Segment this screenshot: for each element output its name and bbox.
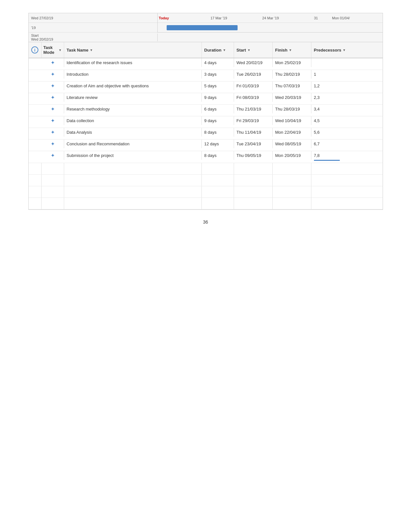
empty-info <box>29 186 42 198</box>
empty-predecessors <box>311 175 383 186</box>
start-value: Thu 11/04/19 <box>237 130 261 135</box>
col-start-header: Start ▼ <box>234 42 273 58</box>
row-task-mode-cell: ✦ <box>42 151 64 160</box>
col-info-header: i <box>29 42 42 58</box>
task-mode-icon: ✦ <box>51 141 55 147</box>
finish-header-label: Finish <box>275 48 288 53</box>
task-name-header-label: Task Name <box>67 48 89 53</box>
timeline-label-19: '19 <box>31 26 36 30</box>
row-task-name-cell: Data Analysis <box>64 128 202 137</box>
finish-value: Mon 25/02/19 <box>275 60 301 65</box>
duration-value: 5 days <box>204 83 217 88</box>
row-task-mode-cell: ✦ <box>42 116 64 125</box>
start-dropdown-arrow[interactable]: ▼ <box>247 48 250 52</box>
empty-duration <box>202 163 234 174</box>
start-value: Fri 29/03/19 <box>237 118 259 123</box>
row-duration-cell: 9 days <box>202 93 234 102</box>
col-predecessors-header: Predecessors ▼ <box>311 42 383 58</box>
row-finish-cell: Thu 07/03/19 <box>273 82 311 90</box>
task-mode-icon: ✦ <box>51 152 55 159</box>
task-mode-icon: ✦ <box>51 60 55 66</box>
row-duration-cell: 8 days <box>202 151 234 160</box>
table-row[interactable]: ✦ Research methodology 6 days Thu 21/03/… <box>29 105 383 116</box>
empty-mode <box>42 163 64 174</box>
task-mode-icon: ✦ <box>51 83 55 89</box>
task-mode-icon: ✦ <box>51 71 55 77</box>
row-start-cell: Thu 09/05/19 <box>234 151 273 160</box>
task-name-value: Conclusion and Recommendation <box>67 141 130 146</box>
timeline-right: Today 17 Mar '19 24 Mar '19 31 Mon 01/04… <box>158 13 383 32</box>
empty-duration <box>202 198 234 209</box>
table-row[interactable]: ✦ Data Analysis 8 days Thu 11/04/19 Mon … <box>29 128 383 140</box>
start-value: Fri 08/03/19 <box>237 95 259 100</box>
duration-value: 3 days <box>204 72 217 77</box>
empty-start <box>234 186 273 198</box>
table-row[interactable]: ✦ Introduction 3 days Tue 26/02/19 Thu 2… <box>29 70 383 82</box>
row-start-cell: Thu 11/04/19 <box>234 128 273 137</box>
row-duration-cell: 3 days <box>202 70 234 79</box>
row-finish-cell: Mon 25/02/19 <box>273 58 311 67</box>
predecessors-value: 5,6 <box>314 130 320 135</box>
table-row[interactable]: ✦ Submission of the project 8 days Thu 0… <box>29 151 383 163</box>
task-mode-header-label: Task Mode <box>44 45 57 55</box>
timeline-01apr-label: Mon 01/04/ <box>331 16 382 20</box>
row-predecessors-cell: 2,3 <box>311 93 383 102</box>
row-start-cell: Fri 01/03/19 <box>234 82 273 90</box>
task-name-value: Introduction <box>67 72 89 77</box>
empty-start <box>234 175 273 186</box>
table-row[interactable]: ✦ Conclusion and Recommendation 12 days … <box>29 140 383 151</box>
finish-dropdown-arrow[interactable]: ▼ <box>289 48 292 52</box>
start-label: Start <box>31 34 39 37</box>
predecessors-header-label: Predecessors <box>314 48 341 53</box>
empty-finish <box>273 198 311 209</box>
row-finish-cell: Thu 28/03/19 <box>273 105 311 113</box>
row-task-name-cell: Creation of Aim and objective with quest… <box>64 82 202 90</box>
task-name-value: Literature review <box>67 95 98 100</box>
task-mode-dropdown-arrow[interactable]: ▼ <box>59 48 62 52</box>
duration-header-label: Duration <box>204 48 221 53</box>
row-duration-cell: 12 days <box>202 140 234 148</box>
predecessors-dropdown-arrow[interactable]: ▼ <box>343 48 346 52</box>
task-name-value: Research methodology <box>67 107 110 111</box>
predecessors-value: 6,7 <box>314 141 320 146</box>
row-task-name-cell: Research methodology <box>64 105 202 113</box>
row-duration-cell: 9 days <box>202 116 234 125</box>
table-row[interactable]: ✦ Creation of Aim and objective with que… <box>29 82 383 93</box>
table-row[interactable]: ✦ Literature review 9 days Fri 08/03/19 … <box>29 93 383 105</box>
empty-predecessors <box>311 186 383 198</box>
start-value: Tue 23/04/19 <box>237 141 261 146</box>
row-start-cell: Wed 20/02/19 <box>234 58 273 67</box>
col-task-mode-header: Task Mode ▼ <box>42 42 64 58</box>
table-row[interactable]: ✦ Data collection 9 days Fri 29/03/19 We… <box>29 116 383 128</box>
empty-mode <box>42 175 64 186</box>
duration-dropdown-arrow[interactable]: ▼ <box>223 48 226 52</box>
row-start-cell: Fri 08/03/19 <box>234 93 273 102</box>
task-name-value: Identification of the research issues <box>67 60 132 65</box>
empty-finish <box>273 163 311 174</box>
table-row-empty <box>29 186 383 198</box>
start-value: Wed 20/02/19 <box>237 60 263 65</box>
table-body: ✦ Identification of the research issues … <box>29 58 383 209</box>
row-duration-cell: 8 days <box>202 128 234 137</box>
timeline-today-label: Today <box>158 16 209 20</box>
start-header-label: Start <box>237 48 246 53</box>
task-name-value: Data collection <box>67 118 94 123</box>
duration-value: 12 days <box>204 141 219 146</box>
page-number: 36 <box>28 219 383 225</box>
row-task-name-cell: Conclusion and Recommendation <box>64 140 202 148</box>
row-predecessors-cell: 7,8 <box>311 151 383 163</box>
empty-predecessors <box>311 163 383 174</box>
empty-mode <box>42 198 64 209</box>
predecessors-value: 4,5 <box>314 118 320 123</box>
duration-value: 4 days <box>204 60 217 65</box>
task-mode-icon: ✦ <box>51 118 55 124</box>
row-finish-cell: Wed 10/04/19 <box>273 116 311 125</box>
bottom-underline <box>314 160 340 161</box>
row-duration-cell: 6 days <box>202 105 234 113</box>
row-predecessors-cell: 1,2 <box>311 82 383 90</box>
table-row[interactable]: ✦ Identification of the research issues … <box>29 58 383 70</box>
task-name-dropdown-arrow[interactable]: ▼ <box>90 48 93 52</box>
col-duration-header: Duration ▼ <box>202 42 234 58</box>
timeline-labels-top: Today 17 Mar '19 24 Mar '19 31 Mon 01/04… <box>158 13 383 23</box>
row-predecessors-cell: 4,5 <box>311 116 383 125</box>
